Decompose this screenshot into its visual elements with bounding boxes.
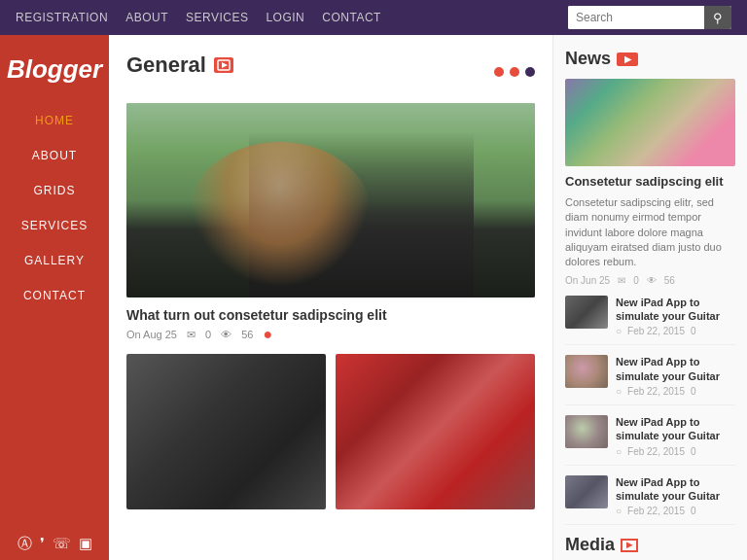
dot-3[interactable] bbox=[525, 67, 535, 77]
general-title-icon bbox=[214, 57, 233, 73]
news-featured-title: Consetetur sadipscing elit bbox=[565, 174, 735, 191]
right-panel: News ▶ Consetetur sadipscing elit Conset… bbox=[552, 35, 747, 560]
featured-views-icon: 👁 bbox=[647, 275, 657, 286]
hero-caption: What turn out consetetur sadipscing elit bbox=[126, 307, 535, 323]
featured-views: 56 bbox=[664, 275, 675, 286]
general-section-title: General bbox=[126, 52, 233, 78]
sidebar-item-gallery[interactable]: GALLERY bbox=[24, 254, 85, 267]
news-meta-1: ○ Feb 22, 2015 0 bbox=[616, 326, 735, 336]
news-1-date-icon: ○ bbox=[616, 326, 622, 336]
nav-links: REGISTRATION ABOUT SERVICES LOGIN CONTAC… bbox=[16, 11, 381, 24]
news-video-icon: ▶ bbox=[617, 52, 638, 66]
sidebar-item-home[interactable]: HOME bbox=[35, 114, 74, 127]
news-thumb-4 bbox=[565, 475, 608, 508]
sidebar: Blogger HOME ABOUT GRIDS SERVICES GALLER… bbox=[0, 35, 109, 560]
hero-meta: On Aug 25 ✉ 0 👁 56 ● bbox=[126, 327, 535, 342]
news-title-4[interactable]: New iPad App to simulate your Guitar bbox=[616, 475, 735, 504]
news-2-date: Feb 22, 2015 bbox=[627, 386, 685, 397]
news-1-date: Feb 22, 2015 bbox=[627, 326, 685, 336]
news-meta-2: ○ Feb 22, 2015 0 bbox=[616, 386, 735, 397]
general-pagination-dots bbox=[494, 67, 535, 77]
news-thumb-2 bbox=[565, 355, 608, 388]
sidebar-item-about[interactable]: ABOUT bbox=[32, 149, 77, 162]
media-section-title: Media ▶ bbox=[565, 535, 735, 555]
sidebar-item-grids[interactable]: GRIDS bbox=[33, 184, 75, 197]
news-title-3[interactable]: New iPad App to simulate your Guitar bbox=[616, 415, 735, 443]
media-icon: ▶ bbox=[621, 539, 638, 552]
sidebar-item-contact[interactable]: CONTACT bbox=[23, 289, 86, 302]
news-content-3: New iPad App to simulate your Guitar ○ F… bbox=[616, 415, 735, 457]
nav-login[interactable]: LOGIN bbox=[266, 11, 304, 24]
main-layout: Blogger HOME ABOUT GRIDS SERVICES GALLER… bbox=[0, 35, 747, 560]
news-content-2: New iPad App to simulate your Guitar ○ F… bbox=[616, 355, 735, 397]
grid-image-motorcycle-red bbox=[336, 354, 535, 509]
news-thumb-1 bbox=[565, 296, 608, 329]
hero-stop-icon: ● bbox=[263, 327, 272, 342]
general-image-grid bbox=[126, 354, 535, 509]
featured-comments-icon: ✉ bbox=[618, 275, 625, 286]
grid-image-motorcycle-black bbox=[126, 354, 326, 509]
svg-marker-1 bbox=[222, 62, 228, 68]
news-content-1: New iPad App to simulate your Guitar ○ F… bbox=[616, 296, 735, 337]
news-2-comments: 0 bbox=[691, 386, 696, 397]
news-thumb-3 bbox=[565, 415, 608, 448]
news-list-item-4: New iPad App to simulate your Guitar ○ F… bbox=[565, 475, 735, 526]
search-box: ⚲ bbox=[568, 6, 731, 29]
news-meta-4: ○ Feb 22, 2015 0 bbox=[616, 506, 735, 516]
nav-contact[interactable]: CONTACT bbox=[322, 11, 381, 24]
top-navigation: REGISTRATION ABOUT SERVICES LOGIN CONTAC… bbox=[0, 0, 747, 35]
instagram-icon[interactable]: ▣ bbox=[79, 535, 92, 553]
news-list-item-2: New iPad App to simulate your Guitar ○ F… bbox=[565, 355, 735, 405]
news-featured-image bbox=[565, 79, 735, 166]
news-4-date-icon: ○ bbox=[616, 506, 622, 516]
nav-registration[interactable]: REGISTRATION bbox=[16, 11, 108, 24]
main-content: General What turn out consetetur bbox=[109, 35, 552, 560]
search-button[interactable]: ⚲ bbox=[704, 6, 731, 29]
sidebar-logo: Blogger bbox=[7, 54, 102, 85]
hero-comments-icon: ✉ bbox=[187, 329, 196, 341]
sidebar-nav: HOME ABOUT GRIDS SERVICES GALLERY CONTAC… bbox=[0, 114, 109, 302]
search-input[interactable] bbox=[568, 6, 704, 29]
dot-2[interactable] bbox=[510, 67, 519, 77]
general-header: General bbox=[126, 52, 535, 91]
hero-scene bbox=[126, 103, 535, 298]
news-3-date-icon: ○ bbox=[616, 446, 622, 457]
featured-date: On Jun 25 bbox=[565, 275, 610, 286]
dot-1[interactable] bbox=[494, 67, 504, 77]
hero-date: On Aug 25 bbox=[126, 329, 177, 340]
sidebar-social-icons: Ⓐ ❜ ☏ ▣ bbox=[18, 535, 92, 560]
news-title-1[interactable]: New iPad App to simulate your Guitar bbox=[616, 296, 735, 324]
hero-views-count: 56 bbox=[241, 329, 253, 340]
news-3-comments: 0 bbox=[691, 446, 696, 457]
nav-about[interactable]: ABOUT bbox=[125, 11, 168, 24]
news-list-item-1: New iPad App to simulate your Guitar ○ F… bbox=[565, 296, 735, 346]
news-featured-meta: On Jun 25 ✉ 0 👁 56 bbox=[565, 275, 735, 286]
news-4-date: Feb 22, 2015 bbox=[627, 506, 685, 516]
sidebar-item-services[interactable]: SERVICES bbox=[21, 219, 88, 232]
twitter-icon[interactable]: ☏ bbox=[53, 535, 71, 553]
news-4-comments: 0 bbox=[691, 506, 696, 516]
news-title-2[interactable]: New iPad App to simulate your Guitar bbox=[616, 355, 735, 383]
news-list-item-3: New iPad App to simulate your Guitar ○ F… bbox=[565, 415, 735, 466]
facebook-icon[interactable]: Ⓐ bbox=[18, 535, 32, 553]
nav-services[interactable]: SERVICES bbox=[186, 11, 248, 24]
general-hero-image bbox=[126, 103, 535, 298]
news-2-date-icon: ○ bbox=[616, 386, 622, 397]
featured-comments: 0 bbox=[633, 275, 639, 286]
hero-views-icon: 👁 bbox=[221, 329, 231, 340]
news-section-title: News ▶ bbox=[565, 49, 735, 69]
news-featured-text: Consetetur sadipscing elitr, sed diam no… bbox=[565, 195, 735, 270]
hero-comments-count: 0 bbox=[205, 329, 211, 340]
news-3-date: Feb 22, 2015 bbox=[627, 446, 685, 457]
news-1-comments: 0 bbox=[691, 326, 696, 336]
news-meta-3: ○ Feb 22, 2015 0 bbox=[616, 446, 735, 457]
news-content-4: New iPad App to simulate your Guitar ○ F… bbox=[616, 475, 735, 517]
pinterest-icon[interactable]: ❜ bbox=[40, 535, 45, 553]
